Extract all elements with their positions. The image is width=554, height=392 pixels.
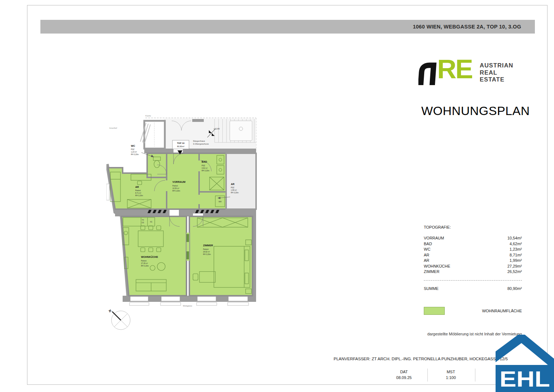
ar1-name: AR	[135, 186, 139, 188]
ar2-height: RH 3,20m	[231, 192, 239, 194]
row-label: WOHNKÜCHE	[424, 264, 450, 270]
kueche-label: Küche	[145, 115, 151, 117]
ehl-logo: EHL	[496, 335, 554, 392]
row-value: 1,23m²	[510, 247, 522, 253]
mst-value: 1:100	[429, 375, 472, 380]
innenhof-label: Innenhof	[109, 127, 117, 129]
footer-divider	[475, 369, 475, 382]
wohnkueche-name: WOHNKÜCHE	[141, 255, 158, 258]
legend: WOHNRAUMFLÄCHE	[424, 307, 522, 316]
bad-floor: PSZ	[202, 165, 205, 167]
footer-divider	[427, 369, 428, 382]
bad-area: 4,62 m²	[202, 167, 208, 169]
wohnkueche-floor: Parkett	[141, 260, 147, 262]
dat-label: DAT	[382, 369, 426, 375]
mst-label: MST	[429, 369, 472, 375]
vorraum-height: RH 3,20m	[172, 190, 180, 192]
row-label: VORRAUM	[424, 236, 444, 242]
dat-value: 08.09.25	[382, 375, 426, 380]
floorplan-drawing: Küche Innenhof Webgasse Stiegenhaus 3.Ob…	[106, 110, 261, 334]
are-logo: RE AUSTRIAN REAL ESTATE	[418, 60, 527, 89]
ar1-floor: Parkett	[135, 190, 141, 191]
row-label: AR	[424, 258, 429, 264]
table-row: WOHNKÜCHE 27,29m²	[424, 264, 522, 270]
row-value: 4,62m²	[510, 242, 522, 247]
topografie-heading: TOPOGRAFIE:	[424, 225, 522, 229]
are-word-real: REAL	[480, 69, 513, 76]
row-label: ZIMMER	[424, 269, 439, 275]
ar1-height: RH 3,20m	[135, 195, 143, 197]
summe-label: SUMME	[424, 286, 439, 291]
vorraum-area: 10,54 m²	[172, 188, 179, 189]
ehl-roof-icon	[496, 338, 554, 368]
header-address: 1060 WIEN, WEBGASSE 2A, TOP 10, 3.OG	[413, 24, 521, 30]
row-value: 8,71m²	[510, 253, 522, 259]
obergeschoss-label: 3.Obergeschoss	[193, 143, 209, 145]
ar2-area: 1,99 m²	[231, 189, 237, 191]
wc-floor: PSZ	[131, 149, 134, 150]
are-word-estate: ESTATE	[480, 76, 513, 83]
row-value: 1,99m²	[510, 258, 522, 264]
wohnkueche-height: RH 3,20m	[141, 265, 149, 267]
wc-area: 1,23 m²	[131, 151, 137, 153]
ar2-name: AR	[231, 183, 234, 185]
elevation-value: +12,80	[214, 128, 220, 130]
table-row: BAD 4,62m²	[424, 242, 522, 247]
are-re-text: RE	[437, 55, 472, 84]
table-row: WC 1,23m²	[424, 247, 522, 253]
row-label: AR	[424, 253, 429, 259]
neighbor-room-top	[140, 121, 165, 149]
ar2-floor: PSZ	[231, 187, 234, 189]
table-row: AR 8,71m²	[424, 253, 522, 259]
table-row: AR 1,99m²	[424, 258, 522, 264]
compass-icon: N	[108, 309, 130, 330]
are-arch-icon	[418, 61, 438, 85]
row-label: WC	[424, 247, 430, 253]
are-word-austrian: AUSTRIAN	[480, 62, 513, 69]
vorraum-name: VORRAUM	[172, 181, 185, 183]
wc-height: RH 3,20m	[131, 154, 139, 155]
webgasse-label: Webgasse	[183, 305, 192, 307]
summe-value: 80,90m²	[507, 286, 522, 291]
bad-height: RH 3,20m	[202, 170, 210, 172]
stiegenhaus-label: Stiegenhaus	[193, 140, 205, 142]
top10-line2: 80,90m²	[177, 145, 184, 147]
row-value: 26,52m²	[507, 269, 522, 275]
row-value: 27,29m²	[507, 264, 522, 270]
page-title: WOHNUNGSPLAN	[421, 104, 530, 118]
wohnraum-swatch	[424, 307, 445, 315]
wohnkueche-area: 27,29 m²	[141, 263, 148, 264]
row-value: 10,54m²	[507, 236, 522, 242]
ehl-text: EHL	[500, 366, 550, 391]
zimmer-area: 26,52 m²	[203, 251, 210, 253]
table-separator	[424, 280, 522, 281]
gs-label: GS	[142, 222, 144, 224]
room-zimmer	[189, 216, 252, 296]
zimmer-name: ZIMMER	[203, 244, 213, 247]
header-address-bar: 1060 WIEN, WEBGASSE 2A, TOP 10, 3.OG	[40, 20, 535, 34]
footer-col-mst: MST 1:100	[429, 369, 472, 380]
summe-row: SUMME 80,90m²	[424, 286, 522, 291]
top10-line1: TOP 10	[177, 142, 185, 144]
table-row: VORRAUM 10,54m²	[424, 236, 522, 242]
wm-label: WM	[219, 201, 221, 203]
room-bad	[199, 153, 226, 192]
wc-name: WC	[131, 145, 135, 147]
table-row: ZIMMER 26,52m²	[424, 269, 522, 275]
are-wordmark: AUSTRIAN REAL ESTATE	[480, 62, 513, 83]
vorraum-floor: Parkett	[172, 185, 178, 187]
ks-label: KS	[150, 221, 152, 223]
zimmer-floor: Parkett	[203, 248, 209, 250]
bad-name: BAD	[202, 160, 207, 163]
row-label: BAD	[424, 242, 432, 247]
legend-label: WOHNRAUMFLÄCHE	[482, 309, 522, 313]
th-label: TH	[142, 219, 144, 221]
ar1-area: 8,71 m²	[135, 192, 141, 194]
zimmer-height: RH 3,20m	[203, 254, 211, 255]
topografie-table: TOPOGRAFIE: VORRAUM 10,54m² BAD 4,62m² W…	[424, 225, 522, 291]
footer-col-dat: DAT 08.09.25	[382, 369, 426, 380]
north-label: N	[108, 309, 112, 313]
